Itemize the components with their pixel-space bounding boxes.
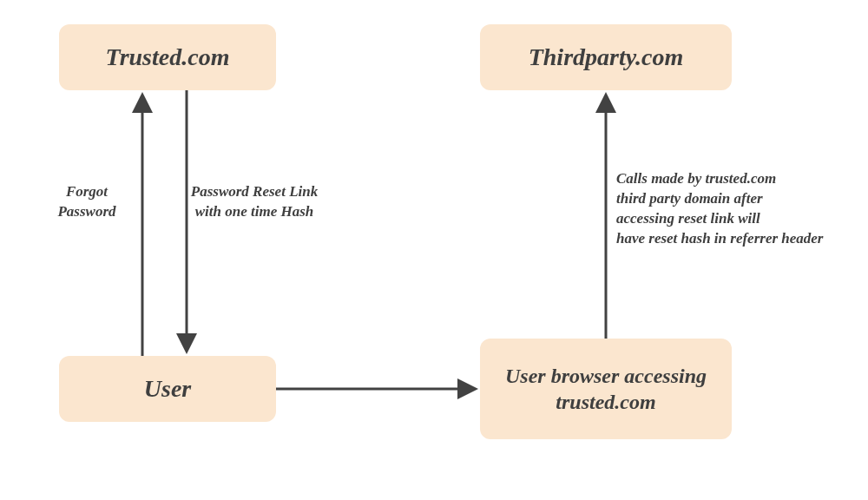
label-forgot-password: Forgot Password	[35, 182, 139, 222]
node-thirdparty: Thirdparty.com	[480, 24, 732, 90]
node-trusted-label: Trusted.com	[106, 43, 230, 71]
node-browser-label: User browser accessing trusted.com	[492, 363, 720, 415]
node-trusted: Trusted.com	[59, 24, 276, 90]
node-thirdparty-label: Thirdparty.com	[529, 43, 684, 71]
label-reset-link: Password Reset Link with one time Hash	[168, 182, 341, 222]
label-referrer-leak: Calls made by trusted.com third party do…	[616, 169, 859, 249]
node-user: User	[59, 356, 276, 422]
node-browser: User browser accessing trusted.com	[480, 339, 732, 439]
node-user-label: User	[144, 375, 191, 403]
